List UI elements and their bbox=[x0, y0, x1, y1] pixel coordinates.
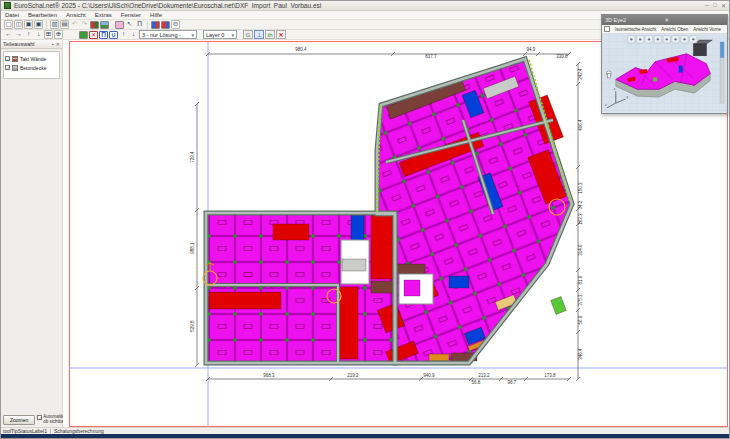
viewer3d-titlebar[interactable]: 3D Eye2 ✕ bbox=[602, 15, 727, 25]
svg-text:213.2: 213.2 bbox=[478, 373, 490, 378]
parts-tree: ✓ Takt Wände ✓ Betondecke bbox=[3, 51, 60, 79]
step-up-icon[interactable]: ↑ bbox=[119, 30, 128, 39]
save-icon[interactable]: ▣ bbox=[24, 20, 33, 29]
svg-text:219.2: 219.2 bbox=[347, 373, 359, 378]
support-view-icon[interactable]: ∪ bbox=[109, 31, 118, 39]
viewer3d-menu: Isometrische Ansicht Ansicht Oben Ansich… bbox=[602, 25, 727, 34]
slab-formwork-icon[interactable] bbox=[161, 21, 170, 29]
dimension-button[interactable]: th bbox=[265, 30, 275, 39]
solution-select[interactable]: 3 - nur Lösung -▾ bbox=[139, 30, 197, 39]
step-down-icon[interactable]: ↓ bbox=[129, 30, 138, 39]
svg-text:81.9: 81.9 bbox=[578, 275, 583, 284]
nav-down-icon[interactable]: ↓ bbox=[34, 30, 43, 39]
svg-text:56.8: 56.8 bbox=[472, 380, 481, 385]
image-export-icon[interactable] bbox=[100, 21, 109, 29]
menu-datei[interactable]: Datei bbox=[5, 12, 19, 18]
svg-text:529.8: 529.8 bbox=[190, 320, 195, 332]
close-plan-button[interactable]: ✕ bbox=[276, 30, 286, 39]
svg-text:173.8: 173.8 bbox=[544, 373, 556, 378]
new-file-icon[interactable]: ▢ bbox=[4, 20, 13, 29]
svg-text:150.3: 150.3 bbox=[578, 182, 583, 194]
viewer3d-window[interactable]: 3D Eye2 ✕ Isometrische Ansicht Ansicht O… bbox=[601, 14, 728, 114]
auto-visible-checkbox[interactable]: ✓ bbox=[37, 415, 42, 420]
svg-text:56.9: 56.9 bbox=[578, 315, 583, 324]
maximize-icon[interactable]: □ bbox=[713, 2, 717, 9]
svg-text:988.1: 988.1 bbox=[190, 242, 195, 254]
menu-ansicht[interactable]: Ansicht bbox=[66, 12, 86, 18]
viewer3d-viewport[interactable]: z x y bbox=[602, 34, 727, 113]
fit-view-icon[interactable]: ⊞ bbox=[44, 30, 53, 39]
nav-right-icon[interactable]: → bbox=[14, 30, 23, 39]
menu-top-view[interactable]: Ansicht Oben bbox=[661, 27, 688, 32]
tree-item-takt-waende[interactable]: ✓ Takt Wände bbox=[5, 54, 58, 63]
print-icon[interactable]: ▤ bbox=[60, 20, 69, 29]
taskbar-strip bbox=[1, 434, 729, 439]
tree-item-betondecke[interactable]: ✓ Betondecke bbox=[5, 63, 58, 72]
measure-icon[interactable]: Π bbox=[135, 20, 144, 29]
app-logo-icon bbox=[4, 2, 11, 9]
panel-close-icon[interactable]: ✕ bbox=[56, 41, 60, 47]
status-left: toolTipStatusLabel1 bbox=[3, 428, 47, 434]
building bbox=[203, 59, 572, 364]
svg-text:330.8: 330.8 bbox=[556, 54, 568, 59]
view-grid-icon[interactable] bbox=[604, 26, 610, 32]
menu-isometric[interactable]: Isometrische Ansicht bbox=[615, 27, 656, 32]
parts-panel: Teileauswahl ▪ ✕ ✓ Takt Wände ✓ Betondec… bbox=[1, 40, 63, 427]
slab-icon bbox=[12, 65, 18, 71]
zoom-button[interactable]: Zoomen bbox=[3, 415, 35, 425]
menu-extras[interactable]: Extras bbox=[95, 12, 112, 18]
undo-icon[interactable]: ↶ bbox=[70, 20, 79, 29]
takt-add-icon[interactable] bbox=[79, 31, 88, 39]
viewer3d-title: 3D Eye2 bbox=[605, 17, 665, 23]
perpendicular-button[interactable]: ⊥ bbox=[254, 30, 264, 39]
svg-text:314.6: 314.6 bbox=[578, 244, 583, 256]
wall-formwork-icon[interactable] bbox=[151, 21, 160, 29]
color-settings-icon[interactable] bbox=[90, 21, 99, 29]
window-title: EuroSchal.net® 2025 - C:\Users\UliSch\On… bbox=[14, 2, 705, 9]
transparency-slider[interactable] bbox=[720, 42, 724, 103]
svg-text:375.3: 375.3 bbox=[578, 294, 583, 306]
menu-fenster[interactable]: Fenster bbox=[121, 12, 141, 18]
svg-text:94.9: 94.9 bbox=[527, 47, 536, 52]
layer-select[interactable]: Layer 0▾ bbox=[203, 30, 237, 39]
close-icon[interactable]: ✕ bbox=[721, 2, 726, 9]
minimize-icon[interactable]: ─ bbox=[705, 2, 709, 9]
svg-text:729.4: 729.4 bbox=[190, 151, 195, 163]
takt-waende-checkbox[interactable]: ✓ bbox=[5, 56, 10, 61]
grid-toggle-button[interactable]: G bbox=[243, 30, 253, 39]
cursor-select-icon[interactable]: ↖ bbox=[125, 20, 134, 29]
svg-text:817.7: 817.7 bbox=[425, 54, 437, 59]
status-right: Schalungsberechnung bbox=[54, 428, 104, 434]
copy-icon[interactable]: ▥ bbox=[50, 20, 59, 29]
parts-panel-title: Teileauswahl bbox=[3, 41, 50, 47]
open-file-icon[interactable]: ◫ bbox=[14, 20, 23, 29]
hand-cursor-icon bbox=[606, 71, 611, 78]
svg-text:406.4: 406.4 bbox=[578, 119, 583, 131]
wall-icon bbox=[12, 56, 18, 62]
svg-text:346.4: 346.4 bbox=[578, 348, 583, 360]
save-all-icon[interactable]: ▣ bbox=[34, 20, 43, 29]
redo-icon[interactable]: ↷ bbox=[80, 20, 89, 29]
status-bar: toolTipStatusLabel1 Schalungsberechnung bbox=[1, 427, 729, 434]
svg-text:940.9: 940.9 bbox=[423, 373, 435, 378]
menu-bearbeiten[interactable]: Bearbeiten bbox=[28, 12, 57, 18]
menu-hilfe[interactable]: Hilfe bbox=[150, 12, 162, 18]
svg-text:968.3: 968.3 bbox=[263, 373, 275, 378]
zoom-window-icon[interactable]: ⊕ bbox=[54, 30, 63, 39]
svg-text:96.7: 96.7 bbox=[508, 380, 517, 385]
svg-text:980.4: 980.4 bbox=[295, 47, 307, 52]
nav-up-icon[interactable]: ↑ bbox=[24, 30, 33, 39]
nav-left-icon[interactable]: ← bbox=[4, 30, 13, 39]
svg-text:242.4: 242.4 bbox=[578, 68, 583, 80]
betondecke-checkbox[interactable]: ✓ bbox=[5, 65, 10, 70]
zoom-tool-icon[interactable]: ⊙ bbox=[171, 20, 180, 29]
table-view-icon[interactable]: Π bbox=[99, 31, 108, 39]
viewer3d-close-icon[interactable]: ✕ bbox=[665, 17, 725, 23]
app-window: EuroSchal.net® 2025 - C:\Users\UliSch\On… bbox=[0, 0, 730, 439]
title-bar: EuroSchal.net® 2025 - C:\Users\UliSch\On… bbox=[1, 1, 729, 11]
menu-front-view[interactable]: Ansicht Vorne bbox=[693, 27, 721, 32]
pin-icon[interactable]: ▪ bbox=[52, 41, 54, 47]
eraser-icon[interactable] bbox=[115, 21, 124, 29]
takt-delete-icon[interactable]: ✕ bbox=[89, 31, 98, 39]
